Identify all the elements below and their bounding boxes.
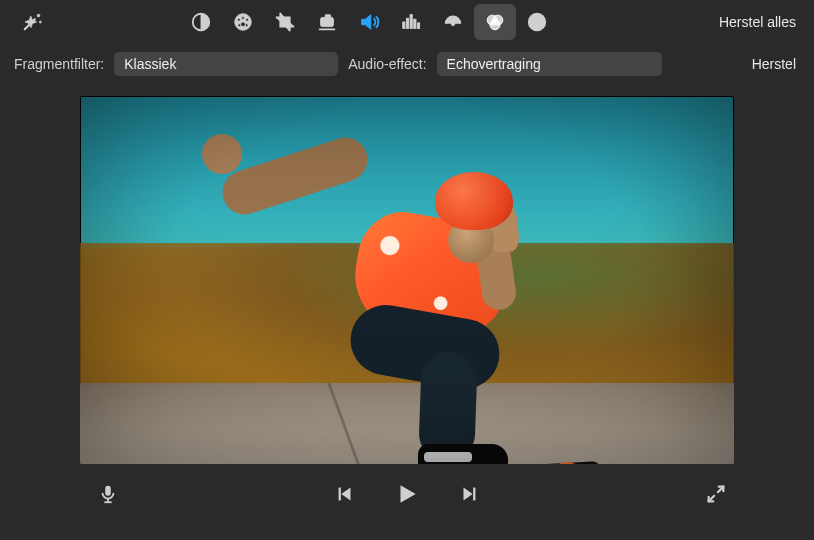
auto-enhance-icon[interactable] (12, 4, 54, 40)
svg-rect-5 (325, 15, 331, 19)
svg-point-0 (37, 14, 40, 17)
svg-rect-9 (414, 19, 416, 28)
video-preview[interactable] (80, 96, 734, 464)
speed-icon[interactable] (432, 4, 474, 40)
svg-point-3 (241, 22, 246, 27)
svg-rect-18 (105, 486, 111, 496)
svg-point-14 (490, 20, 500, 30)
reset-all-button[interactable]: Herstel alles (713, 10, 802, 34)
filter-bar: Fragmentfilter: Klassiek Audio-effect: E… (0, 44, 814, 84)
fullscreen-button[interactable] (698, 476, 734, 512)
svg-rect-8 (410, 15, 412, 29)
previous-button[interactable] (327, 476, 363, 512)
fragment-filter-dropdown[interactable]: Klassiek (114, 52, 338, 76)
volume-icon[interactable] (348, 4, 390, 40)
fragment-filter-label: Fragmentfilter: (14, 56, 104, 72)
svg-point-11 (452, 23, 455, 26)
stabilization-icon[interactable] (306, 4, 348, 40)
svg-point-17 (536, 17, 538, 19)
crop-icon[interactable] (264, 4, 306, 40)
play-button[interactable] (389, 476, 425, 512)
adjustment-tools (180, 4, 558, 40)
next-button[interactable] (451, 476, 487, 512)
svg-point-1 (39, 21, 41, 23)
info-icon[interactable] (516, 4, 558, 40)
audio-effect-dropdown[interactable]: Echovertraging (437, 52, 662, 76)
svg-rect-6 (403, 22, 405, 28)
microphone-icon[interactable] (90, 476, 126, 512)
svg-rect-21 (339, 488, 341, 501)
color-balance-icon[interactable] (180, 4, 222, 40)
reset-button[interactable]: Herstel (748, 54, 800, 74)
top-toolbar: Herstel alles (0, 0, 814, 44)
playback-controls (0, 464, 814, 524)
color-correction-icon[interactable] (222, 4, 264, 40)
svg-rect-7 (406, 18, 408, 28)
svg-rect-22 (473, 488, 475, 501)
audio-effect-label: Audio-effect: (348, 56, 426, 72)
noise-eq-icon[interactable] (390, 4, 432, 40)
filters-icon[interactable] (474, 4, 516, 40)
svg-rect-10 (417, 23, 419, 28)
